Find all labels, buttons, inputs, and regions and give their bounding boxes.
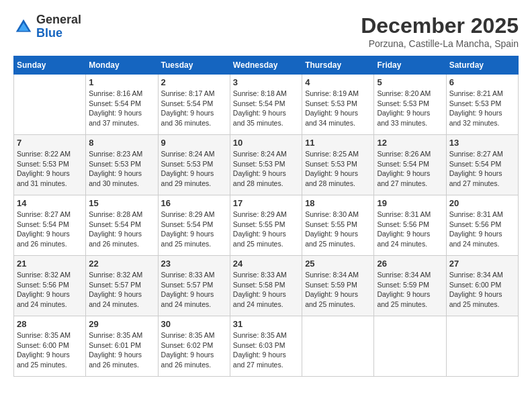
day-number: 23 [161, 259, 227, 269]
day-number: 24 [233, 259, 299, 269]
calendar-cell: 2 Sunrise: 8:17 AMSunset: 5:54 PMDayligh… [158, 75, 230, 135]
calendar-cell: 8 Sunrise: 8:23 AMSunset: 5:53 PMDayligh… [86, 135, 158, 195]
day-number: 22 [89, 259, 154, 269]
day-info: Sunrise: 8:23 AMSunset: 5:53 PMDaylight:… [89, 149, 154, 189]
calendar-cell [302, 316, 374, 377]
calendar-cell: 22 Sunrise: 8:32 AMSunset: 5:57 PMDaylig… [86, 256, 158, 316]
calendar-cell: 29 Sunrise: 8:35 AMSunset: 6:01 PMDaylig… [86, 316, 158, 377]
calendar-table: Sunday Monday Tuesday Wednesday Thursday… [13, 56, 519, 377]
day-info: Sunrise: 8:26 AMSunset: 5:54 PMDaylight:… [377, 149, 443, 189]
calendar-cell: 4 Sunrise: 8:19 AMSunset: 5:53 PMDayligh… [302, 75, 374, 135]
day-info: Sunrise: 8:34 AMSunset: 5:59 PMDaylight:… [377, 270, 443, 310]
calendar-cell [14, 75, 86, 135]
header-saturday: Saturday [446, 56, 518, 75]
day-info: Sunrise: 8:33 AMSunset: 5:57 PMDaylight:… [161, 270, 227, 310]
calendar-week-5: 28 Sunrise: 8:35 AMSunset: 6:00 PMDaylig… [14, 316, 519, 377]
day-number: 3 [233, 77, 299, 87]
logo-icon [13, 17, 34, 37]
day-number: 15 [89, 198, 154, 208]
calendar-week-3: 14 Sunrise: 8:27 AMSunset: 5:54 PMDaylig… [14, 195, 519, 256]
page-header: General Blue December 2025 Porzuna, Cast… [13, 13, 519, 49]
day-info: Sunrise: 8:35 AMSunset: 6:03 PMDaylight:… [233, 330, 299, 370]
day-number: 14 [17, 198, 83, 208]
day-info: Sunrise: 8:25 AMSunset: 5:53 PMDaylight:… [305, 149, 371, 189]
calendar-cell: 6 Sunrise: 8:21 AMSunset: 5:53 PMDayligh… [446, 75, 518, 135]
calendar-cell: 16 Sunrise: 8:29 AMSunset: 5:54 PMDaylig… [158, 195, 230, 256]
logo: General Blue [13, 13, 81, 40]
calendar-cell: 13 Sunrise: 8:27 AMSunset: 5:54 PMDaylig… [446, 135, 518, 195]
calendar-cell: 3 Sunrise: 8:18 AMSunset: 5:54 PMDayligh… [230, 75, 302, 135]
calendar-cell: 20 Sunrise: 8:31 AMSunset: 5:56 PMDaylig… [446, 195, 518, 256]
day-number: 12 [377, 138, 443, 148]
calendar-cell: 25 Sunrise: 8:34 AMSunset: 5:59 PMDaylig… [302, 256, 374, 316]
day-info: Sunrise: 8:32 AMSunset: 5:57 PMDaylight:… [89, 270, 154, 310]
calendar-week-2: 7 Sunrise: 8:22 AMSunset: 5:53 PMDayligh… [14, 135, 519, 195]
day-number: 6 [449, 77, 515, 87]
day-info: Sunrise: 8:21 AMSunset: 5:53 PMDaylight:… [449, 89, 515, 128]
day-number: 7 [17, 138, 83, 148]
day-number: 26 [377, 259, 443, 269]
day-info: Sunrise: 8:27 AMSunset: 5:54 PMDaylight:… [17, 210, 83, 249]
calendar-cell: 21 Sunrise: 8:32 AMSunset: 5:56 PMDaylig… [14, 256, 86, 316]
day-info: Sunrise: 8:35 AMSunset: 6:02 PMDaylight:… [161, 330, 227, 370]
day-number: 2 [161, 77, 227, 87]
day-info: Sunrise: 8:35 AMSunset: 6:00 PMDaylight:… [17, 330, 83, 370]
day-info: Sunrise: 8:20 AMSunset: 5:53 PMDaylight:… [377, 89, 443, 128]
calendar-week-4: 21 Sunrise: 8:32 AMSunset: 5:56 PMDaylig… [14, 256, 519, 316]
calendar-cell: 11 Sunrise: 8:25 AMSunset: 5:53 PMDaylig… [302, 135, 374, 195]
day-number: 20 [449, 198, 515, 208]
day-number: 16 [161, 198, 227, 208]
day-number: 4 [305, 77, 371, 87]
day-info: Sunrise: 8:22 AMSunset: 5:53 PMDaylight:… [17, 149, 83, 189]
calendar-cell: 28 Sunrise: 8:35 AMSunset: 6:00 PMDaylig… [14, 316, 86, 377]
calendar-title: December 2025 [361, 13, 519, 38]
day-info: Sunrise: 8:29 AMSunset: 5:54 PMDaylight:… [161, 210, 227, 249]
calendar-cell: 26 Sunrise: 8:34 AMSunset: 5:59 PMDaylig… [374, 256, 446, 316]
day-info: Sunrise: 8:28 AMSunset: 5:54 PMDaylight:… [89, 210, 154, 249]
day-info: Sunrise: 8:18 AMSunset: 5:54 PMDaylight:… [233, 89, 299, 128]
day-info: Sunrise: 8:33 AMSunset: 5:58 PMDaylight:… [233, 270, 299, 310]
day-info: Sunrise: 8:24 AMSunset: 5:53 PMDaylight:… [233, 149, 299, 189]
calendar-cell: 14 Sunrise: 8:27 AMSunset: 5:54 PMDaylig… [14, 195, 86, 256]
day-info: Sunrise: 8:19 AMSunset: 5:53 PMDaylight:… [305, 89, 371, 128]
day-info: Sunrise: 8:27 AMSunset: 5:54 PMDaylight:… [449, 149, 515, 189]
day-info: Sunrise: 8:35 AMSunset: 6:01 PMDaylight:… [89, 330, 154, 370]
day-number: 1 [89, 77, 154, 87]
logo-blue-text: Blue [36, 27, 81, 40]
calendar-cell: 12 Sunrise: 8:26 AMSunset: 5:54 PMDaylig… [374, 135, 446, 195]
day-info: Sunrise: 8:29 AMSunset: 5:55 PMDaylight:… [233, 210, 299, 249]
header-wednesday: Wednesday [230, 56, 302, 75]
calendar-cell: 30 Sunrise: 8:35 AMSunset: 6:02 PMDaylig… [158, 316, 230, 377]
calendar-cell: 5 Sunrise: 8:20 AMSunset: 5:53 PMDayligh… [374, 75, 446, 135]
day-info: Sunrise: 8:31 AMSunset: 5:56 PMDaylight:… [449, 210, 515, 249]
calendar-cell: 7 Sunrise: 8:22 AMSunset: 5:53 PMDayligh… [14, 135, 86, 195]
day-number: 9 [161, 138, 227, 148]
logo-general-text: General [36, 13, 81, 27]
day-number: 5 [377, 77, 443, 87]
header-thursday: Thursday [302, 56, 374, 75]
day-info: Sunrise: 8:30 AMSunset: 5:55 PMDaylight:… [305, 210, 371, 249]
day-number: 17 [233, 198, 299, 208]
day-number: 10 [233, 138, 299, 148]
calendar-cell: 1 Sunrise: 8:16 AMSunset: 5:54 PMDayligh… [86, 75, 158, 135]
day-info: Sunrise: 8:24 AMSunset: 5:53 PMDaylight:… [161, 149, 227, 189]
calendar-cell: 19 Sunrise: 8:31 AMSunset: 5:56 PMDaylig… [374, 195, 446, 256]
day-number: 19 [377, 198, 443, 208]
calendar-week-1: 1 Sunrise: 8:16 AMSunset: 5:54 PMDayligh… [14, 75, 519, 135]
day-number: 8 [89, 138, 154, 148]
day-number: 28 [17, 319, 83, 329]
calendar-cell: 23 Sunrise: 8:33 AMSunset: 5:57 PMDaylig… [158, 256, 230, 316]
header-friday: Friday [374, 56, 446, 75]
day-number: 29 [89, 319, 154, 329]
header-monday: Monday [86, 56, 158, 75]
calendar-cell: 9 Sunrise: 8:24 AMSunset: 5:53 PMDayligh… [158, 135, 230, 195]
day-number: 27 [449, 259, 515, 269]
calendar-cell: 10 Sunrise: 8:24 AMSunset: 5:53 PMDaylig… [230, 135, 302, 195]
calendar-cell [374, 316, 446, 377]
day-info: Sunrise: 8:34 AMSunset: 5:59 PMDaylight:… [305, 270, 371, 310]
day-info: Sunrise: 8:34 AMSunset: 6:00 PMDaylight:… [449, 270, 515, 310]
day-number: 30 [161, 319, 227, 329]
day-number: 18 [305, 198, 371, 208]
calendar-cell: 15 Sunrise: 8:28 AMSunset: 5:54 PMDaylig… [86, 195, 158, 256]
calendar-cell: 18 Sunrise: 8:30 AMSunset: 5:55 PMDaylig… [302, 195, 374, 256]
